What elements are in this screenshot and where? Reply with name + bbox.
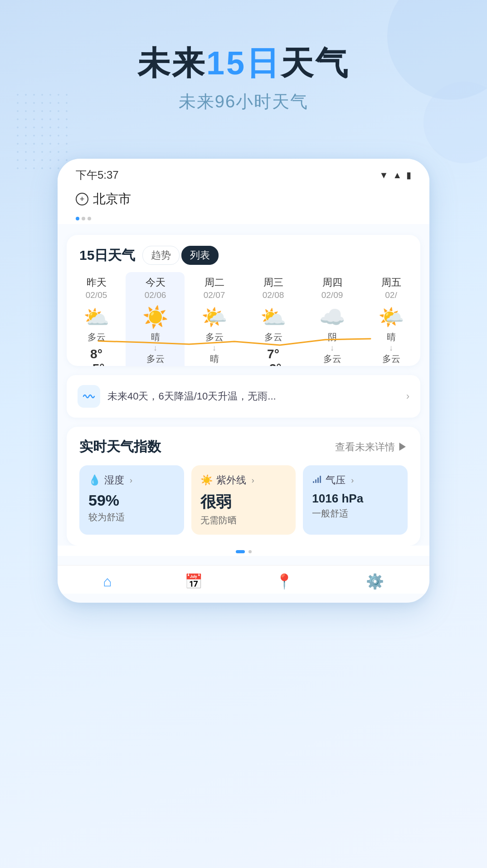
uv-arrow: › [252,476,254,485]
days-scroll[interactable]: 昨天 02/05 ⛅ 多云 8° -5° 东北风 1级 良 今天 02/06 [67,272,420,366]
index-label-row-humidity: 💧 湿度 › [88,473,175,487]
weather-icon-0: ⛅ [83,305,109,329]
humidity-icon: 💧 [88,474,101,486]
day-date-3: 02/08 [263,290,284,300]
tab-group: 趋势 列表 [142,246,219,265]
nav-item-calendar[interactable]: 📅 [185,573,203,590]
nav-item-home[interactable]: ⌂ [103,573,112,590]
pressure-svg-icon [312,474,322,484]
index-card-humidity[interactable]: 💧 湿度 › 59% 较为舒适 [79,465,184,535]
pressure-arrow: › [351,476,354,485]
uv-label: 紫外线 [216,473,246,487]
hero-title-suffix: 天气 [281,45,350,81]
weather-desc2-2: 晴 [210,353,219,365]
card-title: 15日天气 [79,246,135,265]
forecast-tip-text: 未来40天，6天降温/10天升温，无雨... [107,390,399,403]
location-nav-icon: 📍 [275,573,293,590]
weather-desc-0: 多云 [88,331,106,343]
wave-icon [83,392,95,401]
day-name-1: 今天 [146,276,166,289]
pressure-desc: 一般舒适 [312,507,399,520]
index-label-row-pressure: 气压 › [312,473,399,487]
weather-arrow-2: ↓ [212,343,216,353]
location-bar[interactable]: + 北京市 [58,187,429,215]
humidity-label: 湿度 [104,473,124,487]
page-dots [58,546,429,556]
indices-header: 实时天气指数 查看未来详情 ▶ [79,438,408,456]
hero-title: 未来15日天气 [27,45,460,81]
tab-trend[interactable]: 趋势 [142,246,180,265]
day-name-0: 昨天 [87,276,107,289]
weather-arrow-1: ↓ [153,343,157,353]
day-name-2: 周二 [205,276,224,289]
uv-icon: ☀️ [200,474,213,486]
svg-rect-3 [320,476,321,483]
phone-mockup: 下午5:37 ▼ ▲ ▮ + 北京市 15日天气 趋势 列表 [58,159,429,603]
day-col-5: 周五 02/ 🌤️ 晴 ↓ 多云 7° -4° 东南风 1级 良 [361,272,420,366]
weather-icon-2: 🌤️ [201,305,227,329]
location-name: 北京市 [93,190,131,208]
hero-title-highlight: 15日 [206,45,281,81]
day-col-0: 昨天 02/05 ⛅ 多云 8° -5° 东北风 1级 良 [67,272,126,366]
weather-desc2-5: 多云 [382,353,400,365]
bottom-nav: ⌂ 📅 📍 ⚙️ [58,565,429,594]
weather-desc-1: 晴 [151,331,160,343]
pressure-value: 1016 hPa [312,492,399,506]
calendar-icon: 📅 [185,573,203,590]
day-name-5: 周五 [381,276,401,289]
index-card-uv[interactable]: ☀️ 紫外线 › 很弱 无需防晒 [191,465,296,535]
weather-desc-2: 多云 [205,331,224,343]
humidity-desc: 较为舒适 [88,511,175,523]
nav-item-location[interactable]: 📍 [275,573,293,590]
weather-card: 15日天气 趋势 列表 昨天 02/05 ⛅ 多云 8° -5° [67,235,420,366]
index-card-pressure[interactable]: 气压 › 1016 hPa 一般舒适 [303,465,408,535]
wifi-icon: ▼ [379,170,388,180]
day-name-3: 周三 [263,276,283,289]
weather-arrow-5: ↓ [389,343,393,353]
indices-more[interactable]: 查看未来详情 ▶ [335,440,408,454]
weather-desc2-4: 多云 [323,353,341,365]
uv-value: 很弱 [200,492,287,512]
weather-desc-3: 多云 [264,331,282,343]
tab-list[interactable]: 列表 [181,246,219,265]
hero-section: 未来15日天气 未来96小时天气 [0,0,487,141]
pressure-label: 气压 [326,473,346,487]
location-add-icon[interactable]: + [76,193,88,205]
weather-icon-4: ☁️ [319,305,345,329]
pressure-icon [312,474,322,487]
svg-rect-2 [317,478,319,483]
battery-icon: ▮ [406,170,411,180]
nav-item-settings[interactable]: ⚙️ [366,573,384,590]
hero-title-prefix: 未来 [137,45,206,81]
low-temp-0: -5° [88,361,104,366]
forecast-tip-icon [78,385,100,408]
day-date-1: 02/06 [145,290,166,300]
uv-desc: 无需防晒 [200,514,287,527]
day-col-3: 周三 02/08 ⛅ 多云 7° -2° 东风 1级 良 [244,272,302,366]
indices-section: 实时天气指数 查看未来详情 ▶ 💧 湿度 › 59% 较为舒适 [67,427,420,546]
phone-wrapper: 下午5:37 ▼ ▲ ▮ + 北京市 15日天气 趋势 列表 [0,141,487,603]
forecast-tip-arrow: › [406,390,409,402]
dot-2 [82,217,85,220]
card-header: 15日天气 趋势 列表 [67,246,420,272]
weather-desc-4: 阴 [328,331,337,343]
indices-grid: 💧 湿度 › 59% 较为舒适 ☀️ 紫外线 › 很弱 无需防晒 [79,465,408,535]
day-col-1: 今天 02/06 ☀️ 晴 ↓ 多云 7° -5° 东风 1级 轻度 [126,272,185,366]
day-col-4: 周四 02/09 ☁️ 阴 ↓ 多云 2° -5° 南风 2级 良 [302,272,361,366]
day-date-4: 02/09 [321,290,343,300]
svg-rect-0 [313,481,314,483]
dot-1 [76,217,79,220]
home-icon: ⌂ [103,573,112,590]
humidity-arrow: › [130,476,132,485]
humidity-value: 59% [88,492,175,509]
status-time: 下午5:37 [76,168,119,182]
weather-desc2-1: 多云 [146,353,165,365]
hero-subtitle: 未来96小时天气 [27,90,460,113]
status-bar: 下午5:37 ▼ ▲ ▮ [58,159,429,187]
days-table: 昨天 02/05 ⛅ 多云 8° -5° 东北风 1级 良 今天 02/06 [67,272,420,366]
day-date-0: 02/05 [86,290,107,300]
forecast-tip[interactable]: 未来40天，6天降温/10天升温，无雨... › [67,375,420,418]
low-temp-3: -2° [265,361,281,366]
weather-desc-5: 晴 [387,331,396,343]
page-dot-1 [236,550,245,553]
